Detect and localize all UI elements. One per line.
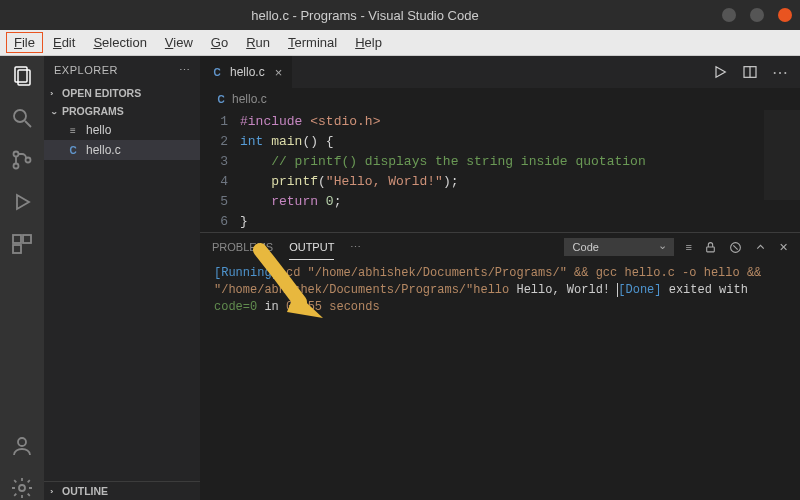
- filter-icon[interactable]: ≡: [686, 241, 692, 253]
- extensions-icon[interactable]: [10, 232, 34, 256]
- split-editor-icon[interactable]: [742, 64, 758, 80]
- chevron-right-icon: ›: [50, 487, 58, 495]
- clear-output-icon[interactable]: [729, 241, 742, 254]
- svg-point-12: [19, 485, 25, 491]
- svg-point-4: [14, 152, 19, 157]
- run-icon[interactable]: [712, 64, 728, 80]
- source-control-icon[interactable]: [10, 148, 34, 172]
- svg-point-5: [14, 164, 19, 169]
- svg-point-11: [18, 438, 26, 446]
- explorer-icon[interactable]: [10, 64, 34, 88]
- c-file-icon: C: [66, 143, 80, 157]
- output-channel-dropdown[interactable]: Code: [564, 238, 674, 256]
- menubar: File Edit Selection View Go Run Terminal…: [0, 30, 800, 56]
- panel-more-icon[interactable]: ⋯: [350, 241, 361, 254]
- c-file-icon: C: [214, 92, 228, 106]
- tab-hello-c[interactable]: C hello.c ×: [200, 56, 293, 88]
- menu-help[interactable]: Help: [347, 32, 390, 53]
- open-editors-section[interactable]: › OPEN EDITORS: [44, 84, 200, 102]
- c-file-icon: C: [210, 65, 224, 79]
- file-name: hello.c: [86, 143, 121, 157]
- file-name: hello: [86, 123, 111, 137]
- svg-rect-9: [23, 235, 31, 243]
- code-editor[interactable]: 123456 #include <stdio.h> int main() { /…: [200, 110, 800, 232]
- code-content[interactable]: #include <stdio.h> int main() { // print…: [240, 112, 800, 232]
- breadcrumb-label: hello.c: [232, 92, 267, 106]
- activity-bar: [0, 56, 44, 500]
- minimize-button[interactable]: [722, 8, 736, 22]
- close-tab-icon[interactable]: ×: [275, 65, 283, 80]
- tab-label: hello.c: [230, 65, 265, 79]
- line-numbers: 123456: [200, 112, 240, 232]
- svg-rect-8: [13, 235, 21, 243]
- output-content[interactable]: [Running] cd "/home/abhishek/Documents/P…: [200, 261, 800, 372]
- chevron-right-icon: ›: [50, 89, 58, 97]
- sidebar: EXPLORER ⋯ › OPEN EDITORS ⌄ PROGRAMS ≡ h…: [44, 56, 200, 500]
- close-panel-icon[interactable]: ✕: [779, 241, 788, 254]
- lock-icon[interactable]: [704, 241, 717, 254]
- menu-selection[interactable]: Selection: [85, 32, 154, 53]
- outline-section[interactable]: › OUTLINE: [44, 481, 200, 500]
- close-window-button[interactable]: [778, 8, 792, 22]
- maximize-panel-icon[interactable]: [754, 241, 767, 254]
- panel-tab-output[interactable]: OUTPUT: [289, 235, 334, 260]
- menu-go[interactable]: Go: [203, 32, 236, 53]
- bottom-panel: PROBLEMS OUTPUT ⋯ Code ≡ ✕: [200, 232, 800, 372]
- file-item-hello[interactable]: ≡ hello: [44, 120, 200, 140]
- menu-terminal[interactable]: Terminal: [280, 32, 345, 53]
- accounts-icon[interactable]: [10, 434, 34, 458]
- svg-marker-7: [17, 195, 29, 209]
- svg-rect-10: [13, 245, 21, 253]
- breadcrumb[interactable]: C hello.c: [200, 88, 800, 110]
- maximize-button[interactable]: [750, 8, 764, 22]
- menu-view[interactable]: View: [157, 32, 201, 53]
- binary-file-icon: ≡: [66, 123, 80, 137]
- svg-rect-16: [707, 246, 715, 251]
- outline-label: OUTLINE: [62, 485, 108, 497]
- svg-line-18: [733, 245, 737, 249]
- folder-section[interactable]: ⌄ PROGRAMS: [44, 102, 200, 120]
- window-title: hello.c - Programs - Visual Studio Code: [8, 8, 722, 23]
- menu-edit[interactable]: Edit: [45, 32, 83, 53]
- menu-run[interactable]: Run: [238, 32, 278, 53]
- svg-point-2: [14, 110, 26, 122]
- run-debug-icon[interactable]: [10, 190, 34, 214]
- svg-line-3: [25, 121, 31, 127]
- editor-tabs: C hello.c × ⋯: [200, 56, 800, 88]
- sidebar-title: EXPLORER: [54, 64, 118, 76]
- file-item-hello-c[interactable]: C hello.c: [44, 140, 200, 160]
- minimap[interactable]: [764, 110, 800, 200]
- open-editors-label: OPEN EDITORS: [62, 87, 141, 99]
- settings-gear-icon[interactable]: [10, 476, 34, 500]
- folder-label: PROGRAMS: [62, 105, 124, 117]
- panel-tab-problems[interactable]: PROBLEMS: [212, 235, 273, 259]
- search-icon[interactable]: [10, 106, 34, 130]
- more-actions-icon[interactable]: ⋯: [772, 63, 788, 82]
- svg-marker-13: [716, 67, 725, 78]
- sidebar-more-icon[interactable]: ⋯: [179, 64, 191, 77]
- menu-file[interactable]: File: [6, 32, 43, 53]
- chevron-down-icon: ⌄: [50, 107, 58, 115]
- svg-point-6: [26, 158, 31, 163]
